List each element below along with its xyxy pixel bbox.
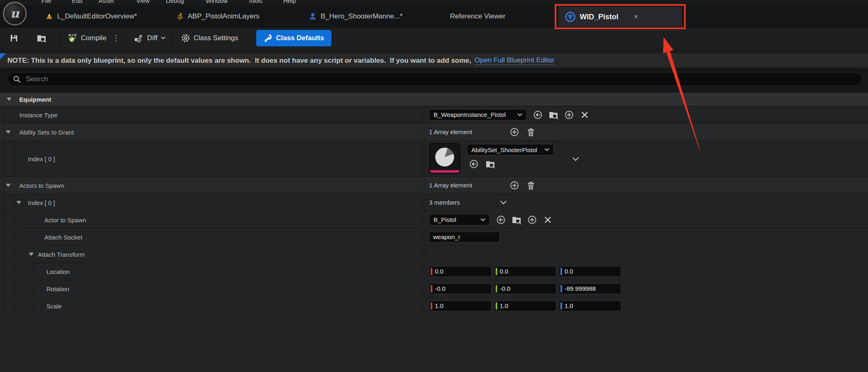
use-selected-asset-icon[interactable] (496, 215, 506, 225)
expander-triangle[interactable] (6, 184, 11, 187)
property-row-actor-to-spawn: Actor to Spawn B_Pistol (0, 211, 868, 228)
trash-icon[interactable] (526, 180, 536, 191)
location-y-input[interactable] (497, 268, 556, 275)
compile-options-kebab-icon[interactable]: ⋮ (110, 34, 122, 43)
property-value-cell: AbilitySet_ShooterPistol (424, 141, 868, 176)
expander-triangle[interactable] (7, 98, 11, 101)
location-x-field[interactable] (429, 266, 491, 277)
indent-guide (13, 211, 14, 228)
indent-guide (13, 141, 14, 176)
property-value-cell (424, 263, 868, 280)
menu-tools[interactable]: Tools (248, 0, 262, 5)
menu-debug[interactable]: Debug (166, 0, 184, 5)
data-only-blueprint-note: NOTE: This is a data only blueprint, so … (0, 53, 868, 68)
indent-guide (3, 123, 4, 140)
plus-circle-icon[interactable] (527, 215, 537, 225)
rotation-z-field[interactable] (559, 283, 621, 294)
chevron-down-icon (540, 148, 549, 151)
tab-anim-blueprint[interactable]: ABP_PistolAnimLayers (176, 5, 259, 27)
property-name-cell: Instance Type (0, 106, 424, 123)
clear-icon[interactable] (579, 110, 590, 120)
indent-guide (3, 106, 4, 123)
scale-z-field[interactable] (559, 301, 621, 311)
open-full-blueprint-editor-link[interactable]: Open Full Blueprint Editor (475, 56, 555, 65)
close-icon[interactable]: × (634, 13, 638, 21)
browse-to-asset-icon[interactable] (548, 110, 559, 120)
menu-help[interactable]: Help (283, 0, 296, 5)
diff-button[interactable]: Diff (131, 30, 168, 46)
category-equipment[interactable]: Equipment (0, 93, 868, 106)
attach-socket-input[interactable] (429, 232, 500, 242)
property-value-cell (424, 297, 868, 314)
tab-character-blueprint[interactable]: B_Hero_ShooterManne...* (309, 5, 402, 27)
element-options-chevron-icon[interactable] (570, 154, 581, 164)
browse-to-asset-icon[interactable] (485, 159, 496, 169)
actor-class-combobox[interactable]: B_Pistol (429, 214, 490, 226)
ability-set-combobox[interactable]: AbilitySet_ShooterPistol (467, 144, 554, 155)
property-value-cell (424, 280, 868, 297)
property-label: Attach Transform (38, 251, 85, 258)
expander-triangle[interactable] (29, 253, 34, 256)
location-y-field[interactable] (494, 266, 556, 277)
anim-blueprint-icon (176, 12, 184, 21)
tab-wid-pistol[interactable]: WID_Pistol × (558, 7, 682, 27)
rotation-z-input[interactable] (562, 285, 621, 292)
struct-options-chevron-icon[interactable] (498, 197, 509, 208)
class-defaults-button[interactable]: Class Defaults (256, 30, 331, 46)
search-box[interactable] (7, 72, 862, 86)
scale-y-field[interactable] (494, 301, 556, 311)
property-row-location: Location (0, 263, 868, 280)
class-settings-button[interactable]: Class Settings (177, 30, 242, 46)
menu-asset[interactable]: Asset (99, 0, 114, 5)
rotation-y-field[interactable] (494, 283, 556, 294)
document-tab-bar: u L_DefaultEditorOverview* ABP_PistolAni… (0, 5, 868, 27)
location-z-field[interactable] (559, 266, 621, 277)
menu-edit[interactable]: Edit (72, 0, 83, 5)
scale-z-input[interactable] (562, 302, 621, 309)
search-input[interactable] (25, 75, 857, 84)
compile-icon (68, 33, 78, 43)
use-selected-asset-icon[interactable] (468, 159, 479, 169)
clear-icon[interactable] (542, 215, 553, 225)
scale-x-field[interactable] (429, 301, 491, 311)
location-x-input[interactable] (432, 268, 491, 275)
toolbar-separator (126, 27, 126, 49)
save-button[interactable] (6, 30, 22, 46)
property-row-attach-transform: Attach Transform (0, 246, 868, 263)
use-selected-asset-icon[interactable] (533, 110, 543, 120)
rotation-x-field[interactable] (429, 283, 491, 294)
scale-x-input[interactable] (432, 302, 491, 309)
trash-icon[interactable] (526, 127, 536, 137)
array-summary: 1 Array element (429, 182, 509, 189)
chevron-down-icon (513, 113, 522, 116)
scale-y-input[interactable] (497, 302, 556, 309)
compile-label: Compile (81, 34, 106, 42)
plus-circle-icon[interactable] (564, 110, 574, 120)
struct-summary: 3 members (429, 199, 498, 206)
rotation-x-input[interactable] (432, 285, 491, 292)
menu-window[interactable]: Window (206, 0, 227, 5)
class-settings-label: Class Settings (194, 34, 239, 42)
asset-thumbnail[interactable] (429, 143, 460, 173)
location-z-input[interactable] (562, 268, 621, 275)
compile-button[interactable]: Compile (64, 30, 110, 46)
rotation-y-input[interactable] (497, 285, 556, 292)
find-in-content-browser-button[interactable] (33, 30, 50, 46)
property-name-cell: Attach Socket (0, 228, 424, 245)
add-array-element-icon[interactable] (509, 180, 520, 191)
add-array-element-icon[interactable] (509, 127, 520, 137)
expander-triangle[interactable] (6, 130, 11, 134)
indent-guide (3, 228, 4, 245)
instance-type-combobox[interactable]: B_WeaponInstance_Pistol (429, 109, 527, 121)
indent-guide (13, 297, 14, 314)
indent-guide (33, 280, 33, 297)
property-value-cell: 1 Array element (424, 123, 868, 140)
expander-triangle[interactable] (16, 201, 21, 204)
tab-reference-viewer[interactable]: Reference Viewer (450, 5, 505, 27)
level-icon (45, 12, 53, 21)
indent-guide (13, 246, 14, 262)
menu-view[interactable]: View (136, 0, 149, 5)
tab-level[interactable]: L_DefaultEditorOverview* (45, 5, 137, 27)
menu-file[interactable]: File (41, 0, 51, 5)
browse-to-asset-icon[interactable] (511, 215, 522, 225)
